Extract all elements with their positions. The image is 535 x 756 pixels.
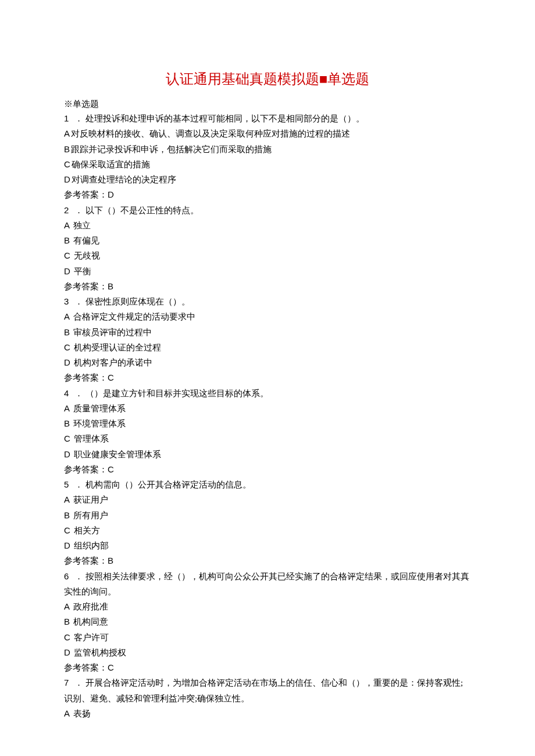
option-text: 有偏见 bbox=[71, 236, 99, 245]
option-text: 机构受理认证的全过程 bbox=[72, 343, 161, 352]
option-text: 环境管理体系 bbox=[71, 419, 126, 428]
option-label: C bbox=[64, 342, 70, 352]
answer-value: B bbox=[108, 281, 113, 291]
answer-label: 参考答案： bbox=[64, 373, 108, 382]
question-number: 2 bbox=[64, 205, 69, 215]
option-text: 职业健康安全管理体系 bbox=[72, 450, 161, 459]
answer-label: 参考答案： bbox=[64, 465, 108, 474]
question-body: （）是建立方针和目标并实现这些目标的体系。 bbox=[85, 389, 269, 398]
option-text: 独立 bbox=[71, 221, 91, 230]
question-number: 4 bbox=[64, 388, 69, 398]
question-text: 6 ．按照相关法律要求，经（），机构可向公众公开其已经实施了的合格评定结果，或回… bbox=[64, 569, 471, 600]
option-text: 政府批准 bbox=[71, 602, 108, 611]
option-text: 跟踪并记录投诉和申诉，包括解决它们而采取的措施 bbox=[71, 145, 272, 154]
option-text: 机构同意 bbox=[71, 617, 108, 626]
question-number: 1 bbox=[64, 113, 69, 123]
answer-value: C bbox=[108, 662, 114, 672]
option-label: B bbox=[64, 418, 70, 428]
answer-line: 参考答案：C bbox=[64, 462, 471, 477]
option-line: D 平衡 bbox=[64, 264, 471, 279]
option-line: D 组织内部 bbox=[64, 538, 471, 553]
option-label: B bbox=[64, 617, 70, 626]
answer-line: 参考答案：C bbox=[64, 660, 471, 675]
option-text: 监管机构授权 bbox=[72, 648, 126, 657]
question-separator: ． bbox=[72, 114, 83, 123]
option-label: C bbox=[64, 632, 70, 642]
option-label: B bbox=[64, 510, 70, 520]
option-label: A bbox=[64, 311, 70, 321]
option-label: A bbox=[64, 220, 70, 230]
question-separator: ． bbox=[72, 480, 83, 489]
question-text: 1 ．处理投诉和处理申诉的基本过程可能相同，以下不是相同部分的是（）。 bbox=[64, 111, 471, 126]
option-label: D bbox=[64, 449, 70, 459]
option-text: 对调查处理结论的决定程序 bbox=[72, 175, 176, 184]
question-number: 7 bbox=[64, 678, 69, 687]
option-line: A 表扬 bbox=[64, 706, 471, 721]
option-label: B bbox=[64, 144, 70, 154]
question-body: 开展合格评定活动时，为增加合格评定活动在市场上的信任、信心和（），重要的是：保持… bbox=[64, 678, 463, 703]
question-number: 6 bbox=[64, 571, 69, 581]
option-label: C bbox=[64, 250, 70, 260]
option-text: 表扬 bbox=[71, 709, 91, 718]
option-line: A对反映材料的接收、确认、调查以及决定采取何种应对措施的过程的描述 bbox=[64, 126, 471, 141]
question-number: 5 bbox=[64, 479, 69, 489]
question-separator: ． bbox=[72, 297, 83, 306]
answer-label: 参考答案： bbox=[64, 190, 108, 199]
option-line: B 机构同意 bbox=[64, 614, 471, 629]
title-suffix: 单选题 bbox=[327, 71, 369, 87]
question-text: 3 ．保密性原则应体现在（）。 bbox=[64, 294, 471, 309]
option-line: A 政府批准 bbox=[64, 599, 471, 614]
option-line: B 审核员评审的过程中 bbox=[64, 325, 471, 340]
question-number: 3 bbox=[64, 296, 69, 306]
answer-line: 参考答案：C bbox=[64, 370, 471, 385]
section-marker: ※单选题 bbox=[64, 99, 471, 110]
question-text: 2 ．以下（）不是公正性的特点。 bbox=[64, 203, 471, 218]
option-label: C bbox=[64, 433, 70, 443]
question-body: 按照相关法律要求，经（），机构可向公众公开其已经实施了的合格评定结果，或回应使用… bbox=[64, 572, 469, 596]
answer-line: 参考答案：D bbox=[64, 187, 471, 202]
option-line: C 管理体系 bbox=[64, 431, 471, 446]
option-line: D 职业健康安全管理体系 bbox=[64, 447, 471, 462]
option-line: C确保采取适宜的措施 bbox=[64, 157, 471, 172]
questions-container: 1 ．处理投诉和处理申诉的基本过程可能相同，以下不是相同部分的是（）。A对反映材… bbox=[64, 111, 471, 721]
option-label: D bbox=[64, 540, 70, 550]
question-block: 6 ．按照相关法律要求，经（），机构可向公众公开其已经实施了的合格评定结果，或回… bbox=[64, 569, 471, 676]
option-line: B 有偏见 bbox=[64, 233, 471, 248]
option-line: D 监管机构授权 bbox=[64, 645, 471, 660]
option-line: A 获证用户 bbox=[64, 492, 471, 507]
question-block: 4 ．（）是建立方针和目标并实现这些目标的体系。A 质量管理体系B 环境管理体系… bbox=[64, 386, 471, 478]
option-text: 组织内部 bbox=[72, 541, 109, 550]
option-text: 获证用户 bbox=[71, 495, 108, 504]
question-block: 5 ．机构需向（）公开其合格评定活动的信息。A 获证用户B 所有用户C 相关方D… bbox=[64, 477, 471, 569]
option-line: C 机构受理认证的全过程 bbox=[64, 340, 471, 355]
option-text: 所有用户 bbox=[71, 511, 108, 520]
answer-label: 参考答案： bbox=[64, 663, 108, 672]
option-text: 管理体系 bbox=[72, 434, 109, 443]
answer-label: 参考答案： bbox=[64, 556, 108, 565]
question-separator: ． bbox=[72, 389, 83, 398]
option-label: A bbox=[64, 403, 70, 413]
option-text: 确保采取适宜的措施 bbox=[72, 160, 150, 169]
option-line: D 机构对客户的承诺中 bbox=[64, 355, 471, 370]
option-label: A bbox=[64, 495, 70, 504]
option-line: A 质量管理体系 bbox=[64, 401, 471, 416]
option-text: 审核员评审的过程中 bbox=[71, 328, 152, 337]
page-title: 认证通用基础真题模拟题■单选题 bbox=[64, 70, 471, 88]
square-icon: ■ bbox=[319, 71, 328, 87]
question-separator: ． bbox=[72, 678, 83, 687]
option-label: C bbox=[64, 525, 70, 535]
question-block: 7 ．开展合格评定活动时，为增加合格评定活动在市场上的信任、信心和（），重要的是… bbox=[64, 675, 471, 721]
question-separator: ． bbox=[72, 206, 83, 215]
answer-line: 参考答案：B bbox=[64, 553, 471, 568]
option-text: 平衡 bbox=[72, 267, 91, 276]
answer-value: C bbox=[108, 372, 114, 382]
question-body: 处理投诉和处理申诉的基本过程可能相同，以下不是相同部分的是（）。 bbox=[85, 114, 365, 123]
option-line: A 合格评定文件规定的活动要求中 bbox=[64, 309, 471, 324]
option-text: 对反映材料的接收、确认、调查以及决定采取何种应对措施的过程的描述 bbox=[71, 129, 350, 138]
option-label: C bbox=[64, 159, 70, 169]
question-block: 1 ．处理投诉和处理申诉的基本过程可能相同，以下不是相同部分的是（）。A对反映材… bbox=[64, 111, 471, 203]
question-body: 以下（）不是公正性的特点。 bbox=[85, 206, 199, 215]
option-label: A bbox=[64, 708, 70, 718]
option-label: A bbox=[64, 601, 70, 611]
option-label: D bbox=[64, 357, 70, 367]
